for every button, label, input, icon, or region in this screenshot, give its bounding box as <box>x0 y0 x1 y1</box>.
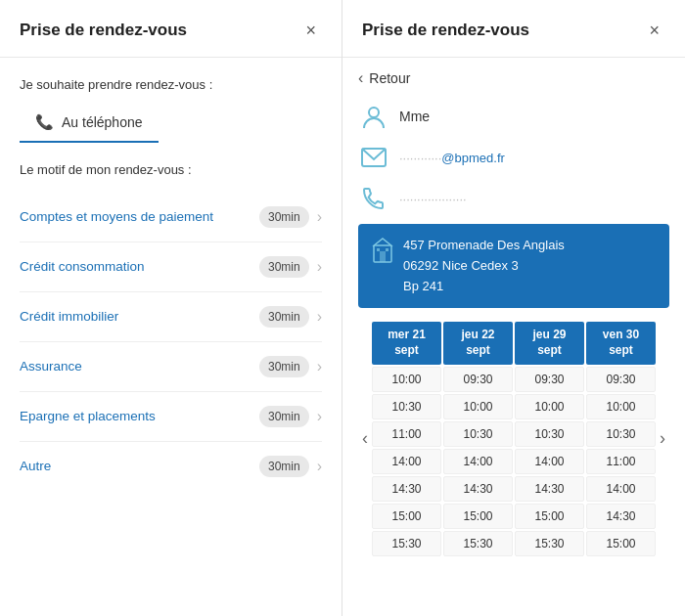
cal-slot[interactable]: 10:30 <box>372 394 441 419</box>
cal-slot[interactable]: 09:30 <box>443 367 513 392</box>
left-close-button[interactable]: × <box>299 20 322 41</box>
tab-row: 📞 Au téléphone <box>20 106 322 143</box>
cal-slot[interactable]: 15:30 <box>443 531 513 556</box>
cal-slot-col: 09:3010:0010:3014:0014:3015:0015:30 <box>443 367 513 556</box>
motif-duration: 30min <box>259 356 309 377</box>
user-icon <box>358 101 389 132</box>
chevron-right-icon: › <box>317 308 322 326</box>
motif-row[interactable]: Crédit immobilier 30min › <box>20 292 322 342</box>
cal-day-header: jeu 22 sept <box>443 322 513 364</box>
motif-name: Crédit consommation <box>20 258 145 276</box>
cal-slot[interactable]: 10:00 <box>515 394 584 419</box>
cal-slot[interactable]: 15:00 <box>372 504 441 529</box>
calendar-header-row: mer 21 septjeu 22 septjeu 29 septven 30 … <box>372 322 656 364</box>
cal-slot[interactable]: 14:00 <box>443 449 513 474</box>
motif-duration: 30min <box>259 306 309 328</box>
cal-slot[interactable]: 10:30 <box>443 421 513 447</box>
cal-slot[interactable]: 10:30 <box>515 421 584 447</box>
back-label: Retour <box>369 70 410 86</box>
back-row[interactable]: ‹ Retour <box>358 69 669 87</box>
motif-row[interactable]: Comptes et moyens de paiement 30min › <box>20 193 322 242</box>
cal-slot[interactable]: 11:00 <box>372 421 441 447</box>
cal-slot[interactable]: 14:30 <box>443 476 513 502</box>
motif-left: Epargne et placements <box>20 408 259 425</box>
chevron-right-icon: › <box>317 458 322 475</box>
motif-row[interactable]: Autre 30min › <box>20 442 322 491</box>
cal-slot[interactable]: 09:30 <box>586 367 656 392</box>
section1-label: Je souhaite prendre rendez-vous : <box>20 77 322 92</box>
left-panel: Prise de rendez-vous × Je souhaite prend… <box>0 0 342 616</box>
cal-day-header: ven 30 sept <box>586 322 656 364</box>
cal-slot[interactable]: 10:00 <box>372 367 441 392</box>
svg-rect-3 <box>380 251 386 262</box>
motif-duration: 30min <box>259 406 309 427</box>
motif-row[interactable]: Crédit consommation 30min › <box>20 242 322 292</box>
email-domain: @bpmed.fr <box>441 151 505 165</box>
cal-slot[interactable]: 09:30 <box>515 367 584 392</box>
cal-slot[interactable]: 10:00 <box>586 394 656 419</box>
user-title-text: Mme <box>399 109 430 124</box>
motif-name: Comptes et moyens de paiement <box>20 208 213 226</box>
email-row: ············@bpmed.fr <box>358 142 669 173</box>
motif-left: Crédit immobilier <box>20 308 259 326</box>
right-header: Prise de rendez-vous × <box>342 0 685 58</box>
motif-list: Comptes et moyens de paiement 30min › Cr… <box>20 193 322 491</box>
calendar-slots-row: 10:0010:3011:0014:0014:3015:0015:3009:30… <box>372 367 656 556</box>
email-icon <box>358 142 389 173</box>
left-body: Je souhaite prendre rendez-vous : 📞 Au t… <box>0 58 342 616</box>
chevron-right-icon: › <box>317 258 322 276</box>
calendar-nav: ‹ mer 21 septjeu 22 septjeu 29 septven 3… <box>358 322 669 555</box>
agency-line1: 457 Promenade Des Anglais <box>403 236 565 256</box>
motif-name: Assurance <box>20 358 82 375</box>
cal-slot[interactable]: 15:30 <box>515 531 584 556</box>
cal-slot[interactable]: 15:00 <box>443 504 513 529</box>
cal-slot-col: 10:0010:3011:0014:0014:3015:0015:30 <box>372 367 441 556</box>
cal-slot[interactable]: 15:00 <box>515 504 584 529</box>
cal-slot[interactable]: 15:00 <box>586 531 656 556</box>
cal-slot[interactable]: 14:30 <box>586 504 656 529</box>
cal-slot[interactable]: 14:00 <box>372 449 441 474</box>
agency-icon <box>372 238 393 268</box>
back-chevron-icon: ‹ <box>358 69 363 87</box>
chevron-right-icon: › <box>317 358 322 375</box>
calendar-prev-button[interactable]: ‹ <box>358 428 372 449</box>
motif-duration: 30min <box>259 206 309 228</box>
cal-slot[interactable]: 14:30 <box>515 476 584 502</box>
motif-name: Epargne et placements <box>20 408 156 425</box>
motif-duration: 30min <box>259 256 309 278</box>
motif-row[interactable]: Assurance 30min › <box>20 342 322 392</box>
cal-day-header: jeu 29 sept <box>515 322 584 364</box>
user-title-row: Mme <box>358 101 669 132</box>
cal-slot[interactable]: 10:00 <box>443 394 513 419</box>
calendar-next-button[interactable]: › <box>656 428 669 449</box>
cal-slot[interactable]: 11:00 <box>586 449 656 474</box>
calendar-grid: mer 21 septjeu 22 septjeu 29 septven 30 … <box>372 322 656 555</box>
chevron-right-icon: › <box>317 408 322 425</box>
motif-row[interactable]: Epargne et placements 30min › <box>20 392 322 442</box>
email-text: ············@bpmed.fr <box>399 151 505 165</box>
phone-info-text: ··················· <box>399 192 467 206</box>
telephone-tab[interactable]: 📞 Au téléphone <box>20 106 159 143</box>
motif-name: Crédit immobilier <box>20 308 118 326</box>
cal-slot[interactable]: 15:30 <box>372 531 441 556</box>
motif-left: Assurance <box>20 358 259 375</box>
motif-left: Crédit consommation <box>20 258 259 276</box>
svg-point-0 <box>369 108 379 117</box>
cal-slot[interactable]: 14:00 <box>586 476 656 502</box>
motif-duration: 30min <box>259 456 309 477</box>
cal-slot[interactable]: 10:30 <box>586 421 656 447</box>
cal-slot[interactable]: 14:00 <box>515 449 584 474</box>
phone-info-row: ··················· <box>358 183 669 214</box>
agency-line3: Bp 241 <box>403 277 565 297</box>
telephone-tab-label: Au téléphone <box>62 114 143 130</box>
motif-left: Autre <box>20 458 259 475</box>
right-panel: Prise de rendez-vous × ‹ Retour Mme <box>342 0 685 616</box>
chevron-right-icon: › <box>317 208 322 226</box>
email-prefix: ············ <box>399 151 441 165</box>
right-close-button[interactable]: × <box>643 20 665 41</box>
cal-slot-col: 09:3010:0010:3011:0014:0014:3015:00 <box>586 367 656 556</box>
cal-slot[interactable]: 14:30 <box>372 476 441 502</box>
motif-left: Comptes et moyens de paiement <box>20 208 259 226</box>
cal-slot-col: 09:3010:0010:3014:0014:3015:0015:30 <box>515 367 584 556</box>
agency-text: 457 Promenade Des Anglais 06292 Nice Ced… <box>403 236 565 296</box>
